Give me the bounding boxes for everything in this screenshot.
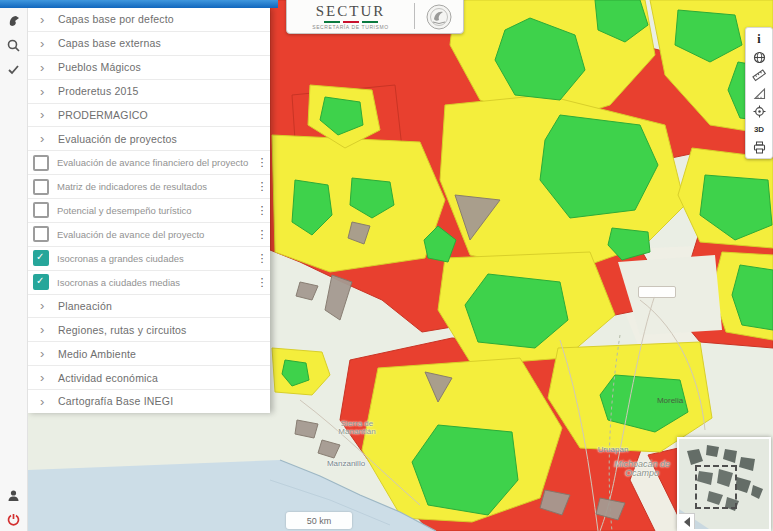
layer-row-potencial-turistico[interactable]: Potencial y desempeño turístico ⋮: [27, 199, 270, 223]
logo-title: SECTUR: [287, 3, 414, 20]
globe-icon[interactable]: [746, 48, 772, 66]
sidebar-item-capas-base-externas[interactable]: › Capas base externas: [27, 32, 270, 56]
layer-row-matriz-indicadores[interactable]: Matriz de indicadores de resultados ⋮: [27, 175, 270, 199]
sidebar-item-pueblos-magicos[interactable]: › Pueblos Mágicos: [27, 56, 270, 80]
chevron-right-icon: ›: [40, 395, 58, 408]
tasks-check-icon[interactable]: [0, 58, 27, 80]
locate-target-icon[interactable]: [746, 102, 772, 120]
mexico-eagle-seal-icon: [415, 3, 463, 33]
sidebar-item-medio-ambiente[interactable]: › Medio Ambiente: [27, 342, 270, 366]
sidebar-item-evaluacion-proyectos[interactable]: › Evaluación de proyectos: [27, 127, 270, 151]
view-3d-icon[interactable]: 3D: [746, 120, 772, 138]
print-icon[interactable]: [746, 138, 772, 156]
sidebar-item-capas-base-defecto[interactable]: › Capas base por defecto: [27, 8, 270, 32]
chevron-right-icon: ›: [40, 108, 58, 121]
chevron-right-icon: ›: [40, 347, 58, 360]
layer-checkbox-checked[interactable]: [33, 274, 49, 290]
sectur-logo: SECTUR SECRETARÍA DE TURISMO: [286, 0, 464, 34]
map-city-label-box: [638, 286, 676, 298]
chevron-right-icon: ›: [40, 85, 58, 98]
chevron-right-icon: ›: [40, 13, 58, 26]
map-toolbar: i 3D: [745, 27, 773, 159]
search-icon[interactable]: [0, 34, 27, 56]
layer-checkbox[interactable]: [33, 202, 49, 218]
info-icon[interactable]: i: [746, 30, 772, 48]
layer-checkbox[interactable]: [33, 226, 49, 242]
overview-inset-map[interactable]: [677, 437, 771, 531]
chevron-right-icon: ›: [40, 323, 58, 336]
chevron-right-icon: ›: [40, 61, 58, 74]
layer-row-isocronas-medias[interactable]: Isocronas a ciudades medias ⋮: [27, 271, 270, 295]
sidebar-item-proderetus[interactable]: › Proderetus 2015: [27, 80, 270, 104]
logo-subtitle: SECRETARÍA DE TURISMO: [287, 24, 414, 30]
top-accent-bar: [0, 0, 278, 8]
layers-panel: › Capas base por defecto › Capas base ex…: [27, 8, 270, 413]
kebab-menu-icon[interactable]: ⋮: [254, 180, 270, 193]
layer-checkbox[interactable]: [33, 179, 49, 195]
scale-label: 50 km: [307, 516, 332, 526]
measure-area-icon[interactable]: [746, 84, 772, 102]
kebab-menu-icon[interactable]: ⋮: [254, 276, 270, 289]
sidebar-item-prodermagico[interactable]: › PRODERMAGICO: [27, 104, 270, 128]
layer-checkbox-checked[interactable]: [33, 250, 49, 266]
layer-row-avance-financiero[interactable]: Evaluación de avance financiero del proy…: [27, 151, 270, 175]
layer-checkbox[interactable]: [33, 155, 49, 171]
kebab-menu-icon[interactable]: ⋮: [254, 252, 270, 265]
kebab-menu-icon[interactable]: ⋮: [254, 156, 270, 169]
chevron-right-icon: ›: [40, 132, 58, 145]
flag-bars: [287, 21, 414, 23]
draw-icon[interactable]: [0, 10, 27, 32]
scale-bar: 50 km: [286, 512, 352, 529]
power-logout-icon[interactable]: [0, 507, 27, 531]
chevron-right-icon: ›: [40, 37, 58, 50]
kebab-menu-icon[interactable]: ⋮: [254, 204, 270, 217]
sectur-wordmark: SECTUR SECRETARÍA DE TURISMO: [287, 3, 414, 33]
arrow-left-icon: [684, 517, 690, 527]
inset-extent-rectangle[interactable]: [695, 465, 737, 509]
layer-row-avance-proyecto[interactable]: Evaluación de avance del proyecto ⋮: [27, 223, 270, 247]
left-icon-rail: [0, 0, 28, 531]
measure-distance-icon[interactable]: [746, 66, 772, 84]
chevron-right-icon: ›: [40, 371, 58, 384]
sidebar-item-regiones-rutas[interactable]: › Regiones, rutas y circuitos: [27, 318, 270, 342]
kebab-menu-icon[interactable]: ⋮: [254, 228, 270, 241]
inset-collapse-button[interactable]: [679, 513, 695, 529]
sidebar-item-planeacion[interactable]: › Planeación: [27, 295, 270, 319]
layer-row-isocronas-grandes[interactable]: Isocronas a grandes ciudades ⋮: [27, 247, 270, 271]
user-icon[interactable]: [0, 483, 27, 507]
sidebar-item-actividad-economica[interactable]: › Actividad económica: [27, 366, 270, 390]
sidebar-item-cartografia-inegi[interactable]: › Cartografía Base INEGI: [27, 390, 270, 413]
chevron-right-icon: ›: [40, 299, 58, 312]
